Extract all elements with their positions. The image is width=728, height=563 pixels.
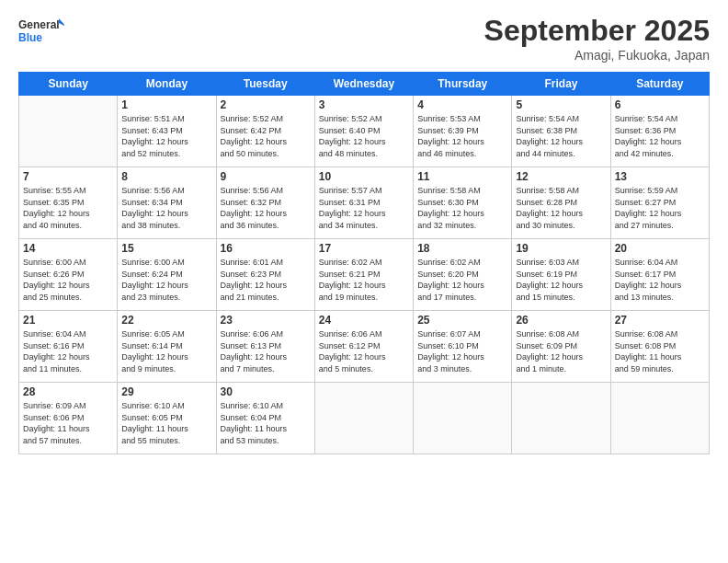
cell-daylight-info: Sunrise: 5:56 AM Sunset: 6:32 PM Dayligh…: [221, 185, 311, 231]
cell-daylight-info: Sunrise: 6:09 AM Sunset: 6:06 PM Dayligh…: [23, 400, 113, 446]
day-number: 20: [615, 242, 705, 255]
day-header-sunday: Sunday: [19, 73, 118, 96]
week-row-5: 28Sunrise: 6:09 AM Sunset: 6:06 PM Dayli…: [19, 383, 710, 454]
calendar-cell: 7Sunrise: 5:55 AM Sunset: 6:35 PM Daylig…: [19, 167, 118, 239]
day-number: 21: [23, 314, 113, 327]
calendar-cell: 10Sunrise: 5:57 AM Sunset: 6:31 PM Dayli…: [314, 167, 413, 239]
calendar-cell: 17Sunrise: 6:02 AM Sunset: 6:21 PM Dayli…: [314, 239, 413, 311]
calendar-cell: [512, 383, 610, 454]
calendar-cell: 2Sunrise: 5:52 AM Sunset: 6:42 PM Daylig…: [216, 96, 314, 167]
day-number: 30: [221, 385, 311, 398]
day-number: 27: [615, 314, 705, 327]
day-number: 18: [417, 242, 507, 255]
cell-daylight-info: Sunrise: 6:06 AM Sunset: 6:13 PM Dayligh…: [221, 328, 311, 374]
cell-daylight-info: Sunrise: 5:52 AM Sunset: 6:40 PM Dayligh…: [319, 113, 409, 159]
day-number: 25: [417, 314, 507, 327]
calendar-cell: 24Sunrise: 6:06 AM Sunset: 6:12 PM Dayli…: [314, 311, 413, 383]
calendar-cell: 30Sunrise: 6:10 AM Sunset: 6:04 PM Dayli…: [216, 383, 314, 454]
cell-daylight-info: Sunrise: 5:51 AM Sunset: 6:43 PM Dayligh…: [121, 113, 211, 159]
day-number: 28: [23, 385, 113, 398]
cell-daylight-info: Sunrise: 5:59 AM Sunset: 6:27 PM Dayligh…: [615, 185, 705, 231]
day-number: 24: [319, 314, 409, 327]
calendar-cell: 5Sunrise: 5:54 AM Sunset: 6:38 PM Daylig…: [512, 96, 610, 167]
day-number: 13: [615, 170, 705, 183]
cell-daylight-info: Sunrise: 6:02 AM Sunset: 6:20 PM Dayligh…: [417, 257, 507, 303]
cell-daylight-info: Sunrise: 6:05 AM Sunset: 6:14 PM Dayligh…: [121, 328, 211, 374]
location-subtitle: Amagi, Fukuoka, Japan: [484, 48, 710, 63]
calendar-cell: 3Sunrise: 5:52 AM Sunset: 6:40 PM Daylig…: [314, 96, 413, 167]
day-number: 12: [516, 170, 606, 183]
cell-daylight-info: Sunrise: 5:58 AM Sunset: 6:28 PM Dayligh…: [516, 185, 606, 231]
calendar-cell: 20Sunrise: 6:04 AM Sunset: 6:17 PM Dayli…: [610, 239, 709, 311]
cell-daylight-info: Sunrise: 6:07 AM Sunset: 6:10 PM Dayligh…: [417, 328, 507, 374]
calendar-cell: [314, 383, 413, 454]
week-row-4: 21Sunrise: 6:04 AM Sunset: 6:16 PM Dayli…: [19, 311, 710, 383]
page: General Blue September 2025 Amagi, Fukuo…: [0, 0, 728, 563]
day-number: 26: [516, 314, 606, 327]
cell-daylight-info: Sunrise: 6:06 AM Sunset: 6:12 PM Dayligh…: [319, 328, 409, 374]
day-number: 17: [319, 242, 409, 255]
calendar-cell: [19, 96, 118, 167]
calendar-cell: 26Sunrise: 6:08 AM Sunset: 6:09 PM Dayli…: [512, 311, 610, 383]
cell-daylight-info: Sunrise: 5:54 AM Sunset: 6:38 PM Dayligh…: [516, 113, 606, 159]
day-number: 7: [23, 170, 113, 183]
cell-daylight-info: Sunrise: 6:04 AM Sunset: 6:17 PM Dayligh…: [615, 257, 705, 303]
week-row-2: 7Sunrise: 5:55 AM Sunset: 6:35 PM Daylig…: [19, 167, 710, 239]
calendar-cell: 1Sunrise: 5:51 AM Sunset: 6:43 PM Daylig…: [118, 96, 216, 167]
day-header-saturday: Saturday: [610, 73, 709, 96]
calendar-cell: 25Sunrise: 6:07 AM Sunset: 6:10 PM Dayli…: [414, 311, 512, 383]
day-number: 19: [516, 242, 606, 255]
cell-daylight-info: Sunrise: 6:08 AM Sunset: 6:09 PM Dayligh…: [516, 328, 606, 374]
calendar-cell: 29Sunrise: 6:10 AM Sunset: 6:05 PM Dayli…: [118, 383, 216, 454]
calendar-cell: 22Sunrise: 6:05 AM Sunset: 6:14 PM Dayli…: [118, 311, 216, 383]
day-number: 22: [121, 314, 211, 327]
cell-daylight-info: Sunrise: 5:55 AM Sunset: 6:35 PM Dayligh…: [23, 185, 113, 231]
calendar-cell: 23Sunrise: 6:06 AM Sunset: 6:13 PM Dayli…: [216, 311, 314, 383]
calendar-cell: 6Sunrise: 5:54 AM Sunset: 6:36 PM Daylig…: [610, 96, 709, 167]
day-number: 4: [417, 98, 507, 111]
title-block: September 2025 Amagi, Fukuoka, Japan: [484, 14, 710, 63]
calendar-cell: 8Sunrise: 5:56 AM Sunset: 6:34 PM Daylig…: [118, 167, 216, 239]
cell-daylight-info: Sunrise: 6:10 AM Sunset: 6:04 PM Dayligh…: [221, 400, 311, 446]
logo: General Blue: [18, 14, 64, 51]
cell-daylight-info: Sunrise: 6:00 AM Sunset: 6:24 PM Dayligh…: [121, 257, 211, 303]
calendar-cell: 14Sunrise: 6:00 AM Sunset: 6:26 PM Dayli…: [19, 239, 118, 311]
day-number: 5: [516, 98, 606, 111]
calendar-cell: 18Sunrise: 6:02 AM Sunset: 6:20 PM Dayli…: [414, 239, 512, 311]
calendar-cell: 27Sunrise: 6:08 AM Sunset: 6:08 PM Dayli…: [610, 311, 709, 383]
day-header-wednesday: Wednesday: [314, 73, 413, 96]
svg-text:General: General: [18, 18, 60, 31]
calendar-cell: 21Sunrise: 6:04 AM Sunset: 6:16 PM Dayli…: [19, 311, 118, 383]
day-header-tuesday: Tuesday: [216, 73, 314, 96]
calendar-cell: 16Sunrise: 6:01 AM Sunset: 6:23 PM Dayli…: [216, 239, 314, 311]
week-row-3: 14Sunrise: 6:00 AM Sunset: 6:26 PM Dayli…: [19, 239, 710, 311]
day-number: 6: [615, 98, 705, 111]
calendar-cell: 15Sunrise: 6:00 AM Sunset: 6:24 PM Dayli…: [118, 239, 216, 311]
day-header-monday: Monday: [118, 73, 216, 96]
cell-daylight-info: Sunrise: 6:08 AM Sunset: 6:08 PM Dayligh…: [615, 328, 705, 374]
header: General Blue September 2025 Amagi, Fukuo…: [18, 14, 710, 63]
cell-daylight-info: Sunrise: 5:58 AM Sunset: 6:30 PM Dayligh…: [417, 185, 507, 231]
day-number: 23: [221, 314, 311, 327]
calendar-cell: [610, 383, 709, 454]
day-number: 3: [319, 98, 409, 111]
day-number: 16: [221, 242, 311, 255]
cell-daylight-info: Sunrise: 6:02 AM Sunset: 6:21 PM Dayligh…: [319, 257, 409, 303]
calendar-cell: 19Sunrise: 6:03 AM Sunset: 6:19 PM Dayli…: [512, 239, 610, 311]
calendar-table: SundayMondayTuesdayWednesdayThursdayFrid…: [18, 72, 710, 454]
calendar-cell: 13Sunrise: 5:59 AM Sunset: 6:27 PM Dayli…: [610, 167, 709, 239]
svg-text:Blue: Blue: [18, 31, 42, 44]
week-row-1: 1Sunrise: 5:51 AM Sunset: 6:43 PM Daylig…: [19, 96, 710, 167]
day-number: 15: [121, 242, 211, 255]
cell-daylight-info: Sunrise: 6:10 AM Sunset: 6:05 PM Dayligh…: [121, 400, 211, 446]
calendar-cell: 28Sunrise: 6:09 AM Sunset: 6:06 PM Dayli…: [19, 383, 118, 454]
day-number: 10: [319, 170, 409, 183]
cell-daylight-info: Sunrise: 6:04 AM Sunset: 6:16 PM Dayligh…: [23, 328, 113, 374]
calendar-cell: 12Sunrise: 5:58 AM Sunset: 6:28 PM Dayli…: [512, 167, 610, 239]
cell-daylight-info: Sunrise: 5:57 AM Sunset: 6:31 PM Dayligh…: [319, 185, 409, 231]
calendar-cell: 11Sunrise: 5:58 AM Sunset: 6:30 PM Dayli…: [414, 167, 512, 239]
day-header-thursday: Thursday: [414, 73, 512, 96]
month-title: September 2025: [484, 14, 710, 48]
cell-daylight-info: Sunrise: 6:00 AM Sunset: 6:26 PM Dayligh…: [23, 257, 113, 303]
cell-daylight-info: Sunrise: 6:03 AM Sunset: 6:19 PM Dayligh…: [516, 257, 606, 303]
